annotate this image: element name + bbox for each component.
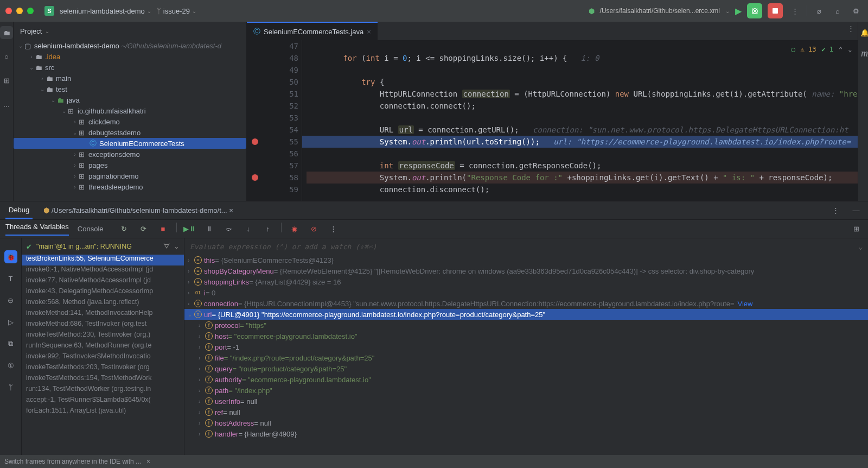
status-bar: Switch frames from anywhere in the IDE w… [0, 455, 868, 468]
file-path[interactable]: /Users/faisalkhatri/Github/selen...erce.… [600, 7, 720, 15]
tip-text: Switch frames from anywhere in the IDE w… [4, 458, 141, 465]
dots-icon[interactable]: ⊖ [4, 294, 17, 307]
zoom-window[interactable] [27, 8, 34, 14]
left-toolwindow-strip: 🖿 ○ ⊞ … [0, 22, 14, 201]
variable-row[interactable]: ›≡this = {SeleniumECommerceTests@4123} [184, 255, 868, 265]
more-icon[interactable]: ⋮ [788, 4, 801, 17]
variable-row[interactable]: ›fauthority = "ecommerce-playground.lamb… [184, 374, 868, 385]
stack-frame[interactable]: run:134, TestMethodWorker (org.testng.in [22, 385, 184, 396]
stop-icon[interactable]: ■ [157, 223, 170, 236]
stack-frame[interactable]: invokeTestMethod:230, TestInvoker (org.) [22, 331, 184, 341]
notifications-icon[interactable]: 🔔 [858, 26, 868, 39]
variable-row[interactable]: ›fref = null [184, 407, 868, 418]
variable-row[interactable]: ›fhost = "ecommerce-playground.lambdates… [184, 331, 868, 341]
terminal-icon[interactable]: ⧉ [4, 337, 17, 350]
stack-frame[interactable]: invokeMethod:141, MethodInvocationHelp [22, 309, 184, 320]
search-icon[interactable]: ⌕ [831, 4, 844, 17]
problems-icon[interactable]: ① [4, 359, 17, 372]
variable-row[interactable]: ⌄≡url = {URL@4901} "https://ecommerce-pl… [184, 309, 868, 320]
close-tab-icon[interactable]: × [367, 28, 371, 36]
inspection-widget[interactable]: ◯ ⚠ 13 ✔ 1 ⌃⌄ [791, 43, 852, 55]
project-header[interactable]: Project⌄ [14, 22, 246, 40]
editor-tabs: ⒸSeleniumECommerceTests.java× ⋮ [247, 22, 858, 40]
rerun-icon[interactable]: ↻ [118, 223, 131, 236]
minimize-window[interactable] [16, 8, 23, 14]
debug-tab[interactable]: Debug [5, 201, 33, 219]
commit-tool-icon[interactable]: ○ [0, 50, 13, 63]
branch-dropdown[interactable]: ᛘissue-29⌄ [157, 7, 196, 15]
variable-row[interactable]: ›fprotocol = "https" [184, 320, 868, 331]
editor: ⒸSeleniumECommerceTests.java× ⋮ 47484950… [247, 22, 858, 201]
stack-frame[interactable]: forEach:1511, ArrayList (java.util) [22, 407, 184, 418]
stack-frame[interactable]: runInSequence:63, MethodRunner (org.te [22, 341, 184, 352]
variable-row[interactable]: ›fquery = "route=product/category&path=2… [184, 363, 868, 374]
debug-session[interactable]: ⬢ /Users/faisalkhatri/Github/selenium-la… [40, 201, 237, 219]
debug-tool-strip: 🐞 T ⊖ ▷ ⧉ ① ᛘ [0, 238, 22, 455]
run-icon[interactable]: ▶ [735, 6, 742, 16]
tab-options-icon[interactable]: ⋮ [845, 22, 858, 35]
stack-frame[interactable]: invoke:77, NativeMethodAccessorImpl (jd [22, 276, 184, 287]
text-tool-icon[interactable]: T [4, 272, 17, 285]
stack-frame[interactable]: invoke:568, Method (java.lang.reflect) [22, 298, 184, 309]
rerun-debug-icon[interactable]: ⟳ [137, 223, 150, 236]
project-tree[interactable]: ⌄▢selenium-lambdatest-demo ~/Github/sele… [14, 40, 246, 201]
layout-icon[interactable]: ⊞ [850, 223, 863, 236]
stack-frame[interactable]: invokeTestMethods:154, TestMethodWork [22, 374, 184, 385]
debugger-icon[interactable]: 🐞 [4, 250, 17, 263]
project-tool-icon[interactable]: 🖿 [0, 26, 13, 39]
variable-row[interactable]: ›fhandler = {Handler@4909} [184, 428, 868, 439]
view-breakpoints-icon[interactable]: ◉ [288, 223, 301, 236]
step-into-icon[interactable]: ↓ [242, 223, 255, 236]
stack-frame[interactable]: accept:-1, TestRunner$$Lambda$645/0x( [22, 396, 184, 407]
variable-row[interactable]: ›≡shoppingLinks = {ArrayList@4429} size … [184, 276, 868, 287]
stack-frame[interactable]: testBrokenLinks:55, SeleniumECommerce [22, 255, 184, 265]
console-tab[interactable]: Console [78, 225, 104, 233]
more-tools-icon[interactable]: … [0, 98, 13, 111]
window-controls [5, 8, 34, 14]
editor-tab[interactable]: ⒸSeleniumECommerceTests.java× [247, 22, 378, 40]
variable-row[interactable]: ›≡connection = {HttpsURLConnectionImpl@4… [184, 298, 868, 309]
tree-file-selected: ⒸSeleniumECommerceTests [14, 138, 246, 149]
variable-row[interactable]: ›fhostAddress = null [184, 418, 868, 428]
variables-panel[interactable]: Evaluate expression (⌃) or add a watch (… [184, 238, 868, 455]
more-actions-icon[interactable]: ⋮ [327, 223, 340, 236]
stack-frame[interactable]: invoke0:-1, NativeMethodAccessorImpl (jd [22, 265, 184, 276]
debug-panel: Debug ⬢ /Users/faisalkhatri/Github/selen… [0, 201, 868, 455]
stack-frame[interactable]: invoke:43, DelegatingMethodAccessorImp [22, 287, 184, 298]
minimize-panel-icon[interactable]: — [850, 204, 863, 217]
project-dropdown[interactable]: selenium-lambdatest-demo⌄ [60, 7, 151, 15]
variable-row[interactable]: ›01i = 0 [184, 287, 868, 298]
variable-row[interactable]: ›≡shopByCategoryMenu = {RemoteWebElement… [184, 265, 868, 276]
stack-frame[interactable]: invokeMethod:686, TestInvoker (org.test [22, 320, 184, 331]
project-badge: S [44, 6, 54, 16]
pause-icon[interactable]: ⏸ [203, 223, 216, 236]
step-over-icon[interactable]: ⤼ [222, 223, 235, 236]
variable-row[interactable]: ›fpath = "/index.php" [184, 385, 868, 396]
variable-row[interactable]: ›ffile = "/index.php?route=product/categ… [184, 352, 868, 363]
variable-row[interactable]: ›fport = -1 [184, 341, 868, 352]
resume-icon[interactable]: ▶⏸ [183, 223, 196, 236]
maven-tool-icon[interactable]: m [858, 47, 868, 60]
stack-frame[interactable]: invoke:992, TestInvoker$MethodInvocatio [22, 352, 184, 363]
titlebar: S selenium-lambdatest-demo⌄ ᛘissue-29⌄ ⬢… [0, 0, 868, 22]
step-out-icon[interactable]: ↑ [261, 223, 275, 236]
threads-vars-tab[interactable]: Threads & Variables [5, 223, 69, 236]
evaluate-input[interactable]: Evaluate expression (⌃) or add a watch (… [190, 243, 376, 251]
play-tool-icon[interactable]: ▷ [4, 315, 17, 328]
debug-run-button[interactable] [747, 3, 762, 18]
stop-button[interactable] [768, 3, 783, 18]
stack-frame[interactable]: invokeTestMethods:203, TestInvoker (org [22, 363, 184, 374]
mute-breakpoints-icon[interactable]: ⊘ [308, 223, 321, 236]
editor-body[interactable]: 47484950515253545556575859 for (int i = … [247, 40, 858, 201]
variable-row[interactable]: ›fuserInfo = null [184, 396, 868, 407]
frames-panel[interactable]: ✔"main"@1 in g...ain": RUNNINGᗊ ⌄ testBr… [22, 238, 184, 455]
close-window[interactable] [5, 8, 12, 14]
close-tip-icon[interactable]: × [146, 458, 150, 465]
breakpoint-icon[interactable] [252, 174, 258, 181]
breakpoint-icon[interactable] [252, 138, 258, 145]
structure-tool-icon[interactable]: ⊞ [0, 74, 13, 87]
collab-icon[interactable]: ⌀ [813, 4, 826, 17]
settings-icon[interactable]: ⚙ [850, 4, 863, 17]
debug-more-icon[interactable]: ⋮ [829, 204, 842, 217]
vcs-icon[interactable]: ᛘ [4, 381, 17, 394]
